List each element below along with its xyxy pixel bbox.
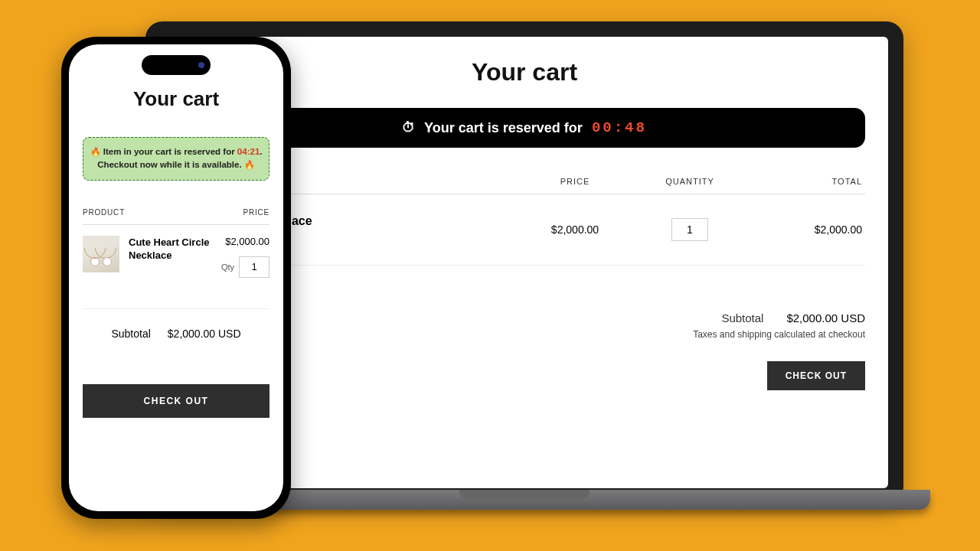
- cart-line-item: Cute Heart Circle Necklace $2,000.00 Qty: [83, 236, 270, 309]
- qty-label: Qty: [221, 262, 234, 272]
- product-thumbnail[interactable]: [83, 236, 119, 272]
- banner-text: Your cart is reserved for: [424, 120, 583, 136]
- header-total: TOTAL: [747, 177, 862, 186]
- countdown-timer: 00:48: [592, 119, 647, 136]
- banner-text-post: Checkout now while it is available.: [97, 160, 242, 169]
- checkout-button[interactable]: CHECK OUT: [767, 361, 865, 390]
- line-price: $2,000.00: [225, 236, 270, 247]
- checkout-button[interactable]: CHECK OUT: [83, 384, 270, 418]
- mobile-cart-screen: Your cart 🔥 Item in your cart is reserve…: [69, 44, 283, 511]
- subtotal-label: Subtotal: [111, 328, 150, 340]
- product-name: Cute Heart Circle Necklace: [129, 236, 212, 262]
- stopwatch-icon: ⏱: [402, 120, 415, 135]
- header-price: PRICE: [243, 208, 270, 217]
- header-quantity: QUANTITY: [632, 177, 747, 186]
- reservation-banner: 🔥 Item in your cart is reserved for 04:2…: [83, 137, 270, 181]
- subtotal-row: Subtotal $2,000.00 USD: [83, 328, 270, 340]
- fire-icon: 🔥: [90, 147, 101, 156]
- page-title: Your cart: [83, 87, 270, 111]
- subtotal-value: $2,000.00 USD: [786, 311, 865, 324]
- line-total: $2,000.00: [747, 223, 862, 236]
- dynamic-island: [142, 55, 211, 75]
- countdown-timer: 04:21: [237, 147, 260, 156]
- quantity-input[interactable]: [239, 256, 270, 278]
- table-header-row: PRODUCT PRICE: [83, 208, 270, 225]
- subtotal-value: $2,000.00 USD: [168, 328, 241, 340]
- laptop-notch: [459, 490, 590, 499]
- subtotal-label: Subtotal: [721, 311, 763, 324]
- header-product: PRODUCT: [83, 208, 125, 217]
- line-price: $2,000.00: [518, 223, 632, 236]
- camera-dot: [198, 62, 204, 68]
- banner-text-pre: Item in your cart is reserved for: [103, 147, 235, 156]
- header-price: PRICE: [518, 177, 632, 186]
- phone-device-frame: Your cart 🔥 Item in your cart is reserve…: [61, 37, 291, 519]
- quantity-cell: [632, 218, 747, 241]
- fire-icon: 🔥: [244, 160, 255, 169]
- quantity-input[interactable]: [671, 218, 708, 241]
